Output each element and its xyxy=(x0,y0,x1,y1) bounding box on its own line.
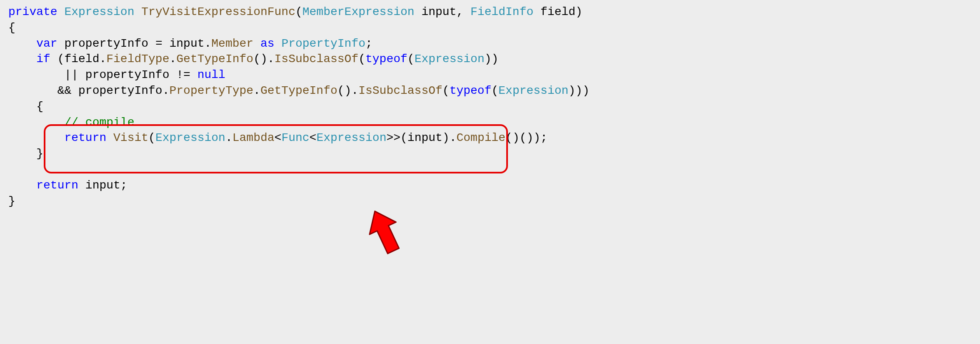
comment-compile: // compile xyxy=(64,116,134,129)
member-issubclassof: IsSubclassOf xyxy=(275,53,359,65)
line-7: { xyxy=(8,100,43,113)
arrow-annotation xyxy=(362,175,408,276)
member-gettypeinfo: GetTypeInfo xyxy=(176,53,253,65)
keyword-if: if xyxy=(36,53,50,65)
line-10: } xyxy=(8,147,43,160)
member-member: Member xyxy=(211,37,253,50)
member-fieldtype: FieldType xyxy=(106,53,169,65)
line-9: return Visit(Expression.Lambda<Func<Expr… xyxy=(8,131,548,144)
keyword-typeof: typeof xyxy=(365,53,408,65)
type-expression-4: Expression xyxy=(155,131,225,144)
line-12: } xyxy=(8,195,15,208)
line-2: { xyxy=(8,21,15,34)
member-visit: Visit xyxy=(113,131,148,144)
type-expression: Expression xyxy=(64,5,134,18)
type-expression-3: Expression xyxy=(498,84,568,97)
member-compile: Compile xyxy=(456,131,505,144)
member-propertytype: PropertyType xyxy=(169,84,253,97)
type-fieldinfo: FieldInfo xyxy=(470,5,533,18)
keyword-typeof-2: typeof xyxy=(450,84,492,97)
type-expression-5: Expression xyxy=(316,131,386,144)
keyword-null: null xyxy=(198,68,225,81)
line-11: return input; xyxy=(8,179,128,192)
method-name: TryVisitExpressionFunc xyxy=(141,5,295,18)
svg-marker-0 xyxy=(362,207,407,257)
line-5: || propertyInfo != null xyxy=(8,68,225,81)
type-func: Func xyxy=(281,131,309,144)
member-issubclassof-2: IsSubclassOf xyxy=(358,84,442,97)
line-1: private Expression TryVisitExpressionFun… xyxy=(8,5,582,18)
keyword-as: as xyxy=(260,37,275,50)
line-6: && propertyInfo.PropertyType.GetTypeInfo… xyxy=(8,84,590,97)
line-3: var propertyInfo = input.Member as Prope… xyxy=(8,37,372,50)
line-4: if (field.FieldType.GetTypeInfo().IsSubc… xyxy=(8,53,498,65)
member-lambda: Lambda xyxy=(232,131,275,144)
type-propertyinfo: PropertyInfo xyxy=(281,37,365,50)
keyword-return-2: return xyxy=(36,179,78,192)
type-expression-2: Expression xyxy=(415,53,485,65)
type-memberexpression: MemberExpression xyxy=(302,5,415,18)
line-8: // compile xyxy=(8,116,134,129)
member-gettypeinfo-2: GetTypeInfo xyxy=(260,84,338,97)
keyword-var: var xyxy=(36,37,57,50)
keyword-private: private xyxy=(8,5,58,18)
keyword-return: return xyxy=(64,131,106,144)
code-block: private Expression TryVisitExpressionFun… xyxy=(0,0,980,276)
